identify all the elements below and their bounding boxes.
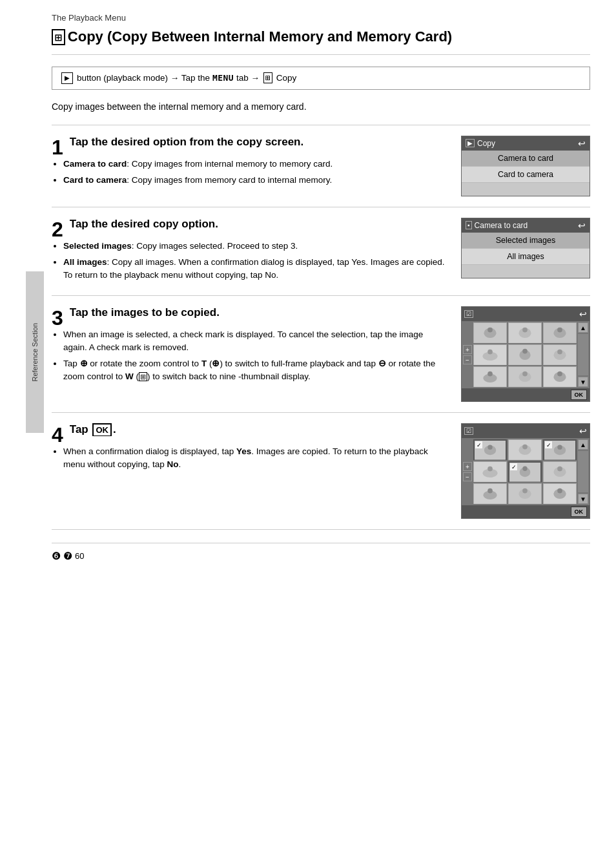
svg-point-50 bbox=[522, 488, 528, 494]
screen-3-grid bbox=[473, 322, 577, 387]
screen-2-item-2[interactable]: All images bbox=[462, 249, 590, 265]
screen-2-back-icon: ↩ bbox=[578, 220, 586, 231]
screen-2-item-1[interactable]: Selected images bbox=[462, 233, 590, 249]
footer-icon-2: ❼ bbox=[63, 550, 72, 562]
thumb-4-7[interactable] bbox=[473, 483, 507, 504]
footer-icon-1: ❻ bbox=[52, 550, 61, 562]
breadcrumb: The Playback Menu bbox=[52, 13, 590, 23]
step-2-section: 2 Tap the desired copy option. Selected … bbox=[52, 207, 590, 296]
screen-4-footer: OK bbox=[462, 505, 590, 518]
screen-2-spacer bbox=[462, 265, 590, 278]
sidebar-label: Reference Section bbox=[31, 323, 39, 382]
svg-point-20 bbox=[488, 372, 493, 377]
step-4-body: When a confirmation dialog is displayed,… bbox=[52, 445, 448, 470]
screen-3-footer: OK bbox=[462, 388, 590, 401]
step-2-bullet-2: All images: Copy all images. When a conf… bbox=[63, 256, 448, 281]
svg-point-5 bbox=[522, 328, 528, 333]
scroll-down[interactable]: ▼ bbox=[578, 377, 588, 387]
thumb-4-3[interactable]: ✓ bbox=[543, 439, 577, 460]
screen-1-item-1[interactable]: Camera to card bbox=[462, 151, 590, 167]
thumb-3[interactable] bbox=[543, 322, 577, 343]
thumb-4[interactable] bbox=[473, 344, 507, 365]
scroll-up-4[interactable]: ▲ bbox=[578, 439, 588, 450]
step-2-left: 2 Tap the desired copy option. Selected … bbox=[52, 218, 448, 286]
thumb-4-4[interactable] bbox=[473, 461, 507, 482]
svg-point-41 bbox=[522, 466, 527, 471]
play-icon: ▶ bbox=[61, 72, 73, 84]
thumb-4-8[interactable] bbox=[508, 483, 542, 504]
nav-text: button (playback mode) → Tap the MENU ta… bbox=[77, 73, 260, 83]
step-2-screen: ▪ Camera to card ↩ Selected images All i… bbox=[461, 218, 590, 286]
svg-point-47 bbox=[488, 488, 493, 494]
ok-button-4[interactable]: OK bbox=[571, 507, 588, 517]
step-1-text-2: : Copy images from memory card to intern… bbox=[127, 175, 332, 185]
screen-3-zoom-in[interactable]: + bbox=[463, 345, 472, 354]
svg-point-29 bbox=[488, 445, 492, 450]
sidebar-section: Reference Section bbox=[26, 271, 44, 433]
screen-1-spacer bbox=[462, 183, 590, 196]
step-1-screen: ▶ Copy ↩ Camera to card Card to camera bbox=[461, 136, 590, 196]
svg-point-11 bbox=[488, 350, 493, 355]
step-4-screen: ☑ ↩ + − ✓ bbox=[461, 423, 590, 519]
step-2-bullet-1: Selected images: Copy images selected. P… bbox=[63, 240, 448, 253]
svg-point-53 bbox=[557, 488, 562, 494]
scroll-track bbox=[578, 334, 588, 375]
step-1-left: 1 Tap the desired option from the copy s… bbox=[52, 136, 448, 196]
thumb-4-5[interactable]: ✓ bbox=[508, 461, 542, 482]
thumb-4-2[interactable] bbox=[508, 439, 542, 460]
scroll-track-4 bbox=[578, 451, 588, 492]
screen-4-zoom-out[interactable]: − bbox=[463, 472, 472, 481]
step-1-bullet-1: Camera to card: Copy images from interna… bbox=[63, 158, 448, 171]
screen-2-cam-icon: ▪ bbox=[466, 221, 472, 229]
step-2-number: 2 bbox=[52, 219, 63, 240]
step-3-section: 3 Tap the images to be copied. When an i… bbox=[52, 295, 590, 412]
svg-point-23 bbox=[522, 372, 528, 377]
step-1-number: 1 bbox=[52, 137, 63, 158]
thumb-9[interactable] bbox=[543, 366, 577, 387]
svg-point-26 bbox=[557, 372, 562, 377]
step-3-title: Tap the images to be copied. bbox=[70, 306, 448, 319]
step-3-screen: ☑ ↩ + − bbox=[461, 306, 590, 402]
copy-menu-icon: ⊞ bbox=[263, 72, 272, 83]
step-4-title: Tap OK. bbox=[70, 423, 448, 436]
thumb-4-9[interactable] bbox=[543, 483, 577, 504]
page-footer: ❻ ❼ 60 bbox=[52, 543, 590, 562]
svg-point-14 bbox=[522, 349, 528, 354]
screen-4-scrollbar: ▲ ▼ bbox=[578, 439, 588, 504]
footer-page-number: 60 bbox=[75, 551, 84, 561]
step-1-bullet-2: Card to camera: Copy images from memory … bbox=[63, 174, 448, 187]
screen-1-title: Copy bbox=[477, 139, 495, 148]
screen-1-item-2[interactable]: Card to camera bbox=[462, 167, 590, 183]
thumb-7[interactable] bbox=[473, 366, 507, 387]
step-1-bold-1: Camera to card bbox=[63, 159, 127, 169]
page-title: ⊞Copy (Copy Between Internal Memory and … bbox=[52, 28, 590, 55]
scroll-down-4[interactable]: ▼ bbox=[578, 494, 588, 504]
nav-instruction-box: ▶ button (playback mode) → Tap the MENU … bbox=[52, 67, 590, 90]
screen-1-back-icon: ↩ bbox=[578, 138, 586, 149]
screen-4-back: ↩ bbox=[579, 426, 587, 436]
thumb-4-1[interactable]: ✓ bbox=[473, 439, 507, 460]
thumb-6[interactable] bbox=[543, 344, 577, 365]
thumb-5[interactable] bbox=[508, 344, 542, 365]
thumb-1[interactable] bbox=[473, 322, 507, 343]
step-2-bold-1: Selected images bbox=[63, 241, 132, 251]
screen-1-play-icon: ▶ bbox=[466, 139, 475, 147]
step-2-body: Selected images: Copy images selected. P… bbox=[52, 240, 448, 282]
step-3-bullet-1: When an image is selected, a check mark … bbox=[63, 328, 448, 353]
thumb-2[interactable] bbox=[508, 322, 542, 343]
screen-3-back: ↩ bbox=[579, 309, 587, 319]
ok-button-3[interactable]: OK bbox=[571, 390, 588, 400]
step-3-bullet-2: Tap ⊕ or rotate the zoom control to T (⊕… bbox=[63, 357, 448, 383]
thumb-8[interactable] bbox=[508, 366, 542, 387]
svg-point-8 bbox=[557, 328, 562, 333]
screen-4-header: ☑ ↩ bbox=[462, 424, 590, 438]
screen-3-zoom-out[interactable]: − bbox=[463, 355, 472, 364]
title-icon: ⊞ bbox=[52, 29, 65, 45]
screen-4-zoom-in[interactable]: + bbox=[463, 462, 472, 471]
step-4-section: 4 Tap OK. When a confirmation dialog is … bbox=[52, 412, 590, 530]
scroll-up[interactable]: ▲ bbox=[578, 322, 588, 333]
screen-3-header: ☑ ↩ bbox=[462, 307, 590, 321]
step-4-bullet-1: When a confirmation dialog is displayed,… bbox=[63, 445, 448, 470]
step-2-bold-2: All images bbox=[63, 257, 107, 267]
thumb-4-6[interactable] bbox=[543, 461, 577, 482]
